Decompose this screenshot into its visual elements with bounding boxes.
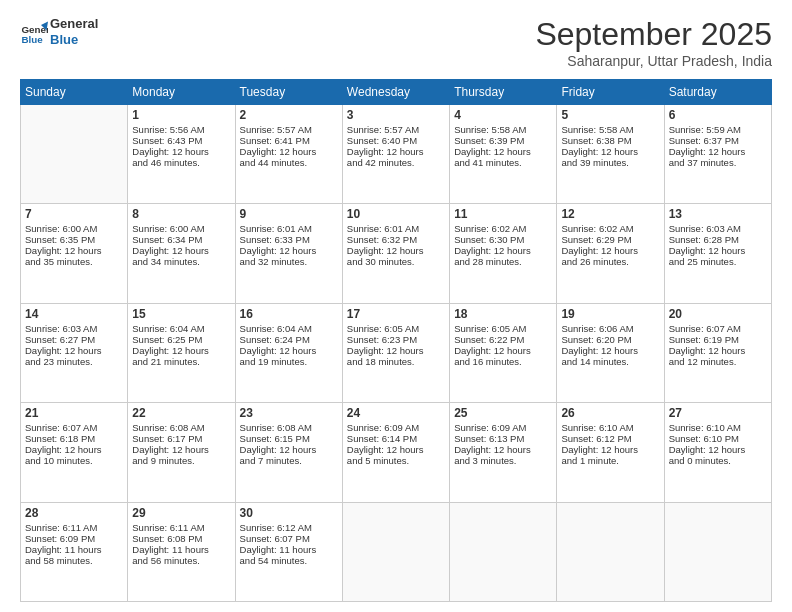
- day-number: 10: [347, 207, 445, 221]
- day-info: Sunset: 6:23 PM: [347, 334, 445, 345]
- day-info: Sunrise: 6:07 AM: [669, 323, 767, 334]
- day-number: 7: [25, 207, 123, 221]
- calendar-cell: [450, 502, 557, 601]
- day-info: Sunset: 6:30 PM: [454, 234, 552, 245]
- day-number: 13: [669, 207, 767, 221]
- day-info: Daylight: 12 hours: [561, 345, 659, 356]
- calendar-cell: [21, 105, 128, 204]
- day-number: 22: [132, 406, 230, 420]
- calendar-cell: 22Sunrise: 6:08 AMSunset: 6:17 PMDayligh…: [128, 403, 235, 502]
- day-info: Sunrise: 5:59 AM: [669, 124, 767, 135]
- day-info: and 21 minutes.: [132, 356, 230, 367]
- day-info: and 37 minutes.: [669, 157, 767, 168]
- day-info: Daylight: 12 hours: [561, 146, 659, 157]
- day-info: and 9 minutes.: [132, 455, 230, 466]
- day-number: 30: [240, 506, 338, 520]
- day-info: Sunrise: 5:57 AM: [240, 124, 338, 135]
- day-info: Daylight: 12 hours: [669, 345, 767, 356]
- calendar-cell: 14Sunrise: 6:03 AMSunset: 6:27 PMDayligh…: [21, 303, 128, 402]
- day-info: and 23 minutes.: [25, 356, 123, 367]
- day-info: Sunset: 6:40 PM: [347, 135, 445, 146]
- day-number: 14: [25, 307, 123, 321]
- calendar-cell: 2Sunrise: 5:57 AMSunset: 6:41 PMDaylight…: [235, 105, 342, 204]
- day-info: Sunset: 6:32 PM: [347, 234, 445, 245]
- day-info: Sunrise: 6:03 AM: [669, 223, 767, 234]
- day-info: Sunrise: 6:05 AM: [454, 323, 552, 334]
- calendar-cell: 23Sunrise: 6:08 AMSunset: 6:15 PMDayligh…: [235, 403, 342, 502]
- col-monday: Monday: [128, 80, 235, 105]
- logo-icon: General Blue: [20, 18, 48, 46]
- calendar-cell: [664, 502, 771, 601]
- calendar-week-2: 7Sunrise: 6:00 AMSunset: 6:35 PMDaylight…: [21, 204, 772, 303]
- day-info: Sunrise: 6:02 AM: [454, 223, 552, 234]
- col-tuesday: Tuesday: [235, 80, 342, 105]
- day-info: Daylight: 12 hours: [240, 345, 338, 356]
- day-info: Sunrise: 5:58 AM: [454, 124, 552, 135]
- day-number: 28: [25, 506, 123, 520]
- day-info: and 46 minutes.: [132, 157, 230, 168]
- day-info: Sunrise: 6:10 AM: [561, 422, 659, 433]
- day-info: Daylight: 12 hours: [454, 146, 552, 157]
- day-info: and 14 minutes.: [561, 356, 659, 367]
- day-info: Sunrise: 6:09 AM: [454, 422, 552, 433]
- day-info: Sunset: 6:19 PM: [669, 334, 767, 345]
- day-info: Daylight: 12 hours: [25, 245, 123, 256]
- calendar-cell: 1Sunrise: 5:56 AMSunset: 6:43 PMDaylight…: [128, 105, 235, 204]
- title-block: September 2025 Saharanpur, Uttar Pradesh…: [535, 16, 772, 69]
- day-info: and 3 minutes.: [454, 455, 552, 466]
- day-number: 9: [240, 207, 338, 221]
- day-info: and 41 minutes.: [454, 157, 552, 168]
- day-info: and 16 minutes.: [454, 356, 552, 367]
- subtitle: Saharanpur, Uttar Pradesh, India: [535, 53, 772, 69]
- day-number: 19: [561, 307, 659, 321]
- calendar-header-row: Sunday Monday Tuesday Wednesday Thursday…: [21, 80, 772, 105]
- day-info: Daylight: 12 hours: [132, 345, 230, 356]
- day-info: Sunrise: 6:00 AM: [132, 223, 230, 234]
- calendar-cell: 3Sunrise: 5:57 AMSunset: 6:40 PMDaylight…: [342, 105, 449, 204]
- day-info: Sunset: 6:41 PM: [240, 135, 338, 146]
- day-info: Sunset: 6:09 PM: [25, 533, 123, 544]
- day-number: 21: [25, 406, 123, 420]
- calendar-week-4: 21Sunrise: 6:07 AMSunset: 6:18 PMDayligh…: [21, 403, 772, 502]
- day-info: and 32 minutes.: [240, 256, 338, 267]
- day-info: and 30 minutes.: [347, 256, 445, 267]
- day-info: Sunset: 6:17 PM: [132, 433, 230, 444]
- day-info: Daylight: 12 hours: [25, 444, 123, 455]
- day-info: Sunset: 6:07 PM: [240, 533, 338, 544]
- day-number: 6: [669, 108, 767, 122]
- day-info: Sunset: 6:15 PM: [240, 433, 338, 444]
- day-info: Sunrise: 6:12 AM: [240, 522, 338, 533]
- day-info: Sunset: 6:35 PM: [25, 234, 123, 245]
- day-info: Daylight: 12 hours: [347, 444, 445, 455]
- day-info: Sunset: 6:29 PM: [561, 234, 659, 245]
- day-info: Sunrise: 6:11 AM: [132, 522, 230, 533]
- calendar-cell: 12Sunrise: 6:02 AMSunset: 6:29 PMDayligh…: [557, 204, 664, 303]
- calendar-cell: [557, 502, 664, 601]
- day-info: Sunset: 6:12 PM: [561, 433, 659, 444]
- day-info: and 7 minutes.: [240, 455, 338, 466]
- day-info: Daylight: 12 hours: [669, 444, 767, 455]
- day-info: Sunrise: 5:58 AM: [561, 124, 659, 135]
- day-info: Sunrise: 6:00 AM: [25, 223, 123, 234]
- day-info: Sunset: 6:13 PM: [454, 433, 552, 444]
- calendar-cell: 17Sunrise: 6:05 AMSunset: 6:23 PMDayligh…: [342, 303, 449, 402]
- day-info: Sunrise: 6:04 AM: [132, 323, 230, 334]
- calendar-cell: 24Sunrise: 6:09 AMSunset: 6:14 PMDayligh…: [342, 403, 449, 502]
- day-info: Daylight: 11 hours: [240, 544, 338, 555]
- day-info: Sunrise: 6:11 AM: [25, 522, 123, 533]
- day-info: Daylight: 12 hours: [454, 345, 552, 356]
- day-number: 16: [240, 307, 338, 321]
- day-info: Sunrise: 6:01 AM: [347, 223, 445, 234]
- day-info: Sunset: 6:10 PM: [669, 433, 767, 444]
- day-info: Sunset: 6:39 PM: [454, 135, 552, 146]
- day-info: Sunrise: 6:10 AM: [669, 422, 767, 433]
- day-number: 12: [561, 207, 659, 221]
- day-info: Daylight: 12 hours: [347, 245, 445, 256]
- day-info: Sunrise: 6:06 AM: [561, 323, 659, 334]
- day-info: Sunset: 6:43 PM: [132, 135, 230, 146]
- calendar-cell: 13Sunrise: 6:03 AMSunset: 6:28 PMDayligh…: [664, 204, 771, 303]
- day-info: Daylight: 12 hours: [454, 444, 552, 455]
- day-info: Daylight: 12 hours: [132, 444, 230, 455]
- calendar-cell: 4Sunrise: 5:58 AMSunset: 6:39 PMDaylight…: [450, 105, 557, 204]
- day-info: Sunrise: 5:56 AM: [132, 124, 230, 135]
